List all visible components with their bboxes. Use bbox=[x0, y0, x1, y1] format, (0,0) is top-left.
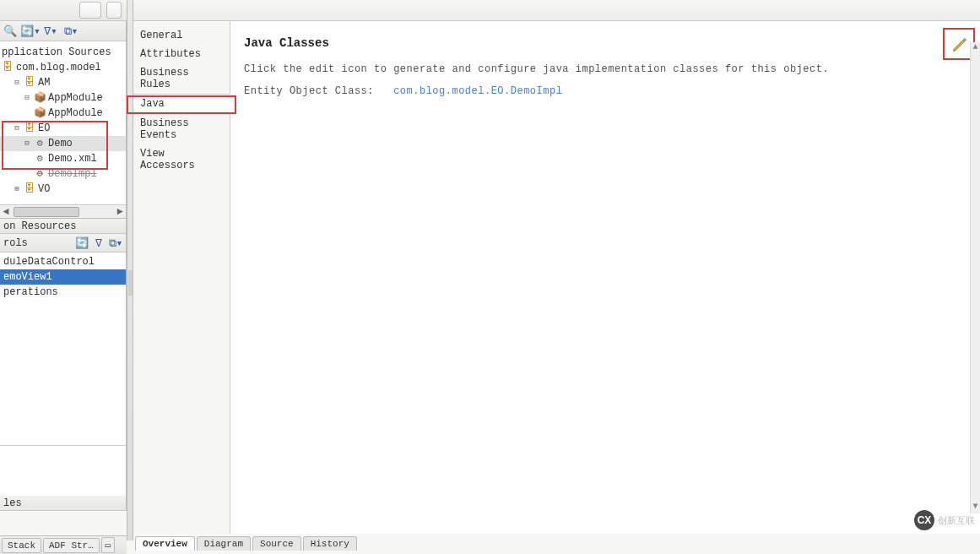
list-item[interactable]: duleDataControl bbox=[0, 254, 126, 269]
package-icon: 🗄 bbox=[24, 77, 35, 89]
content-title: Java Classes bbox=[244, 36, 966, 50]
files-header[interactable]: les bbox=[0, 496, 126, 511]
entity-class-link[interactable]: com.blog.model.EO.DemoImpl bbox=[393, 85, 562, 97]
xml-icon: ⚙ bbox=[34, 153, 46, 165]
toolbar-dropdown[interactable] bbox=[79, 2, 101, 19]
files-label: les bbox=[3, 497, 22, 509]
pencil-icon bbox=[951, 36, 968, 53]
bottom-tab-bar: Stack ADF Str… ▭ bbox=[0, 535, 127, 554]
sidebar-item-attributes[interactable]: Attributes bbox=[133, 45, 230, 63]
horizontal-scrollbar[interactable]: ◄ ► bbox=[0, 204, 126, 218]
filter-icon[interactable]: ∇ bbox=[92, 236, 106, 250]
scroll-right-icon[interactable]: ► bbox=[114, 206, 126, 218]
sidebar-item-business-rules[interactable]: Business Rules bbox=[133, 63, 230, 94]
watermark-logo: CX bbox=[914, 510, 934, 530]
toggle-icon[interactable]: ⊟ bbox=[22, 138, 32, 149]
options-icon[interactable]: ⧉▾ bbox=[109, 236, 122, 250]
sidebar-item-view-accessors[interactable]: View Accessors bbox=[133, 144, 230, 175]
module-icon: 📦 bbox=[34, 107, 46, 119]
watermark: CX 创新互联 bbox=[914, 510, 975, 530]
editor-toolbar bbox=[133, 0, 980, 21]
controls-toolbar: rols 🔄 ∇ ⧉▾ bbox=[0, 234, 126, 253]
tree-vo[interactable]: ⊞ 🗄 VO bbox=[0, 182, 126, 197]
scroll-up-icon[interactable]: ▲ bbox=[971, 42, 980, 54]
vo-label: VO bbox=[38, 182, 50, 197]
refresh-icon[interactable]: 🔄▾ bbox=[24, 24, 37, 38]
filter-icon[interactable]: ∇▾ bbox=[44, 24, 57, 38]
folder-label: pplication Sources bbox=[2, 45, 111, 60]
controls-label: rols bbox=[3, 237, 28, 249]
package-label: com.blog.model bbox=[16, 60, 101, 75]
refresh-icon[interactable]: 🔄 bbox=[75, 236, 89, 250]
appmodule-label: AppModule bbox=[48, 90, 103, 106]
left-top-toolbar bbox=[0, 0, 127, 21]
appmodule-child-label: AppModule bbox=[48, 106, 103, 121]
tab-history[interactable]: History bbox=[303, 536, 357, 551]
tree-demo-impl[interactable]: ⚙ DemoImpl bbox=[0, 166, 126, 182]
demo-xml-label: Demo.xml bbox=[48, 151, 97, 166]
vertical-scrollbar[interactable]: ▲ ▼ bbox=[970, 42, 980, 513]
filter-toolbar: 🔍 🔄▾ ∇▾ ⧉▾ bbox=[0, 21, 126, 41]
tree-eo[interactable]: ⊟ 🗄 EO bbox=[0, 121, 126, 136]
java-icon: ⚙ bbox=[34, 168, 46, 180]
vertical-splitter[interactable] bbox=[127, 0, 133, 540]
toggle-icon[interactable]: ⊟ bbox=[12, 123, 22, 133]
overview-side-nav: General Attributes Business Rules Java B… bbox=[133, 21, 230, 534]
tab-stack[interactable]: Stack bbox=[2, 538, 41, 553]
editor-area: General Attributes Business Rules Java B… bbox=[133, 0, 980, 554]
sidebar-item-java[interactable]: Java bbox=[133, 94, 230, 114]
operations-label: perations bbox=[3, 286, 58, 298]
tree-demo-xml[interactable]: ⚙ Demo.xml bbox=[0, 151, 126, 166]
package-icon: 🗄 bbox=[24, 122, 35, 134]
entity-class-label: Entity Object Class: bbox=[244, 85, 374, 97]
sidebar-item-general[interactable]: General bbox=[133, 26, 230, 45]
structure-panel bbox=[0, 445, 126, 496]
entity-icon: ⚙ bbox=[34, 138, 46, 149]
tree-am[interactable]: ⊟ 🗄 AM bbox=[0, 75, 126, 90]
editor-body: General Attributes Business Rules Java B… bbox=[133, 21, 980, 534]
watermark-text: 创新互联 bbox=[938, 514, 975, 527]
demo-view-label: emoView1 bbox=[3, 271, 52, 283]
package-icon: 🗄 bbox=[24, 183, 35, 195]
tab-diagram[interactable]: Diagram bbox=[197, 536, 251, 551]
tab-adf-structure[interactable]: ADF Str… bbox=[43, 538, 100, 553]
resources-header[interactable]: on Resources bbox=[0, 219, 126, 234]
entity-class-row: Entity Object Class: com.blog.model.EO.D… bbox=[244, 85, 966, 97]
resources-label: on Resources bbox=[3, 220, 76, 232]
project-tree[interactable]: pplication Sources 🗄 com.blog.model ⊟ 🗄 … bbox=[0, 41, 126, 197]
tree-app-sources[interactable]: pplication Sources bbox=[0, 45, 126, 60]
demo-impl-label: DemoImpl bbox=[48, 166, 97, 182]
tab-overview[interactable]: Overview bbox=[135, 536, 195, 551]
database-icon: 🗄 bbox=[2, 62, 14, 73]
data-controls-list: duleDataControl emoView1 perations bbox=[0, 253, 126, 445]
editor-bottom-tabs: Overview Diagram Source History bbox=[133, 534, 359, 551]
demo-label: Demo bbox=[48, 136, 73, 151]
toggle-icon[interactable]: ⊟ bbox=[22, 93, 32, 103]
scroll-thumb[interactable] bbox=[14, 207, 79, 217]
tab-minimize[interactable]: ▭ bbox=[101, 537, 115, 553]
project-tree-panel: pplication Sources 🗄 com.blog.model ⊟ 🗄 … bbox=[0, 41, 126, 219]
toggle-icon[interactable]: ⊞ bbox=[12, 184, 22, 194]
am-label: AM bbox=[38, 75, 50, 90]
sidebar-item-business-events[interactable]: Business Events bbox=[133, 114, 230, 144]
options-icon[interactable]: ⧉▾ bbox=[64, 24, 78, 38]
module-icon: 📦 bbox=[34, 92, 46, 104]
list-item-selected[interactable]: emoView1 bbox=[0, 269, 126, 285]
eo-label: EO bbox=[38, 121, 50, 136]
tree-appmodule-child[interactable]: 📦 AppModule bbox=[0, 106, 126, 121]
list-item[interactable]: perations bbox=[0, 285, 126, 300]
toggle-icon[interactable]: ⊟ bbox=[12, 78, 22, 88]
scroll-left-icon[interactable]: ◄ bbox=[0, 206, 12, 218]
tree-package[interactable]: 🗄 com.blog.model bbox=[0, 60, 126, 75]
data-control-label: duleDataControl bbox=[3, 256, 95, 268]
toolbar-dropdown-menu[interactable] bbox=[106, 2, 122, 19]
content-hint: Click the edit icon to generate and conf… bbox=[244, 63, 966, 75]
editor-content: Java Classes Click the edit icon to gene… bbox=[230, 21, 980, 534]
left-panel: 🔍 🔄▾ ∇▾ ⧉▾ pplication Sources 🗄 com.blog… bbox=[0, 21, 127, 511]
tree-demo[interactable]: ⊟ ⚙ Demo bbox=[0, 136, 126, 151]
tab-source[interactable]: Source bbox=[252, 536, 301, 551]
search-icon[interactable]: 🔍 bbox=[3, 24, 17, 38]
tree-appmodule[interactable]: ⊟ 📦 AppModule bbox=[0, 90, 126, 106]
